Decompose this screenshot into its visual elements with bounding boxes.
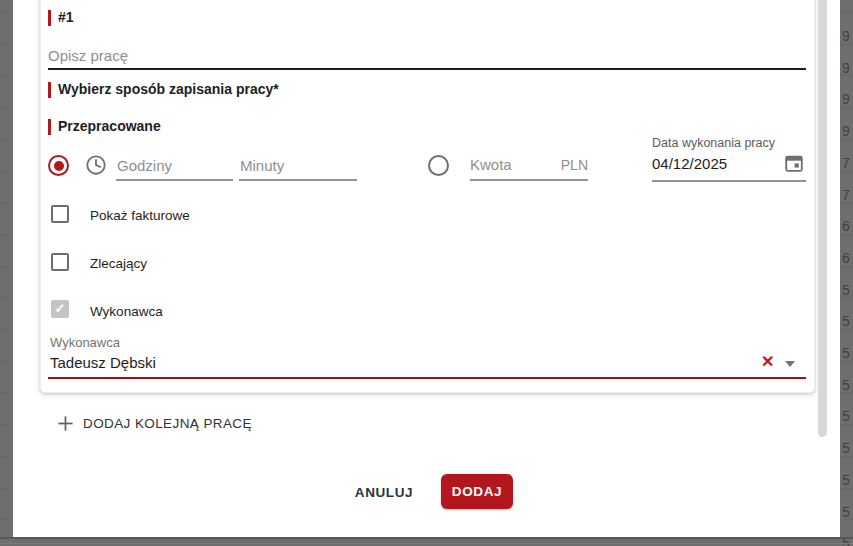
minutes-underline <box>239 179 357 181</box>
minutes-input[interactable]: Minuty <box>240 157 284 174</box>
checkbox-zlecajacy-label[interactable]: Zlecający <box>90 256 147 271</box>
backdrop-digit: 9 <box>842 123 853 139</box>
backdrop-digit: 7 <box>842 187 853 203</box>
add-another-work-label: DODAJ KOLEJNĄ PRACĘ <box>83 416 252 431</box>
checkbox-wykonawca: ✓ <box>51 300 69 318</box>
contractor-underline <box>48 377 806 379</box>
description-input[interactable]: Opisz pracę <box>48 47 128 64</box>
backdrop-digit: 5 <box>842 472 853 488</box>
dialog-bottom-shadow <box>0 537 853 539</box>
clear-icon[interactable]: ✕ <box>761 352 774 371</box>
amount-input[interactable]: Kwota <box>470 156 512 173</box>
contractor-select-value[interactable]: Tadeusz Dębski <box>50 354 156 371</box>
amount-radio[interactable] <box>428 155 449 176</box>
worked-section-accent-bar <box>48 119 51 135</box>
time-radio[interactable] <box>48 155 69 176</box>
worked-section-title: Przepracowane <box>58 118 161 134</box>
calendar-icon[interactable] <box>783 152 805 174</box>
time-radio-dot <box>54 161 64 171</box>
date-field-label: Data wykonania pracy <box>652 136 775 150</box>
cancel-button[interactable]: ANULUJ <box>344 478 424 506</box>
checkbox-pokaz-fakturowe-label[interactable]: Pokaż fakturowe <box>90 208 190 223</box>
hours-underline <box>116 179 233 181</box>
backdrop-digit: 9 <box>842 91 853 107</box>
clock-icon <box>85 154 107 176</box>
amount-field[interactable]: Kwota PLN <box>470 156 588 173</box>
backdrop-digit: 9 <box>842 60 853 76</box>
backdrop-digit: 9 <box>842 28 853 44</box>
contractor-select-label: Wykonawca <box>50 335 120 350</box>
backdrop-digit: 6 <box>842 218 853 234</box>
method-section-title: Wybierz sposób zapisania pracy* <box>58 81 279 97</box>
submit-button[interactable]: DODAJ <box>441 474 513 509</box>
description-underline <box>48 68 806 70</box>
dialog-scrollbar-thumb[interactable] <box>818 0 827 437</box>
backdrop-digit: 5 <box>842 440 853 456</box>
backdrop-digit: 6 <box>842 250 853 266</box>
checkbox-wykonawca-label: Wykonawca <box>90 304 163 319</box>
checkbox-zlecajacy[interactable] <box>51 253 69 271</box>
backdrop-digit: 5 <box>842 313 853 329</box>
date-field-value[interactable]: 04/12/2025 <box>652 155 727 172</box>
add-another-work-button[interactable]: DODAJ KOLEJNĄ PRACĘ <box>56 414 252 433</box>
backdrop-digit: 5 <box>842 345 853 361</box>
checkbox-pokaz-fakturowe[interactable] <box>51 205 69 223</box>
dialog-bottom-shadow-line <box>0 543 853 544</box>
entry-index-label: #1 <box>58 9 74 25</box>
entry-index-accent-bar <box>48 10 51 26</box>
amount-underline <box>470 179 588 181</box>
backdrop-digit: 5 <box>842 408 853 424</box>
amount-currency-label: PLN <box>561 157 588 173</box>
backdrop-digit: 5 <box>842 377 853 393</box>
work-entry-card <box>40 0 815 393</box>
backdrop-digit: 7 <box>842 155 853 171</box>
chevron-down-icon[interactable] <box>785 361 795 367</box>
plus-icon <box>56 414 75 433</box>
method-section-accent-bar <box>48 82 51 98</box>
screen: 99997766555555555 #1 Opisz pracę Wybierz… <box>0 0 853 546</box>
backdrop-digit: 5 <box>842 282 853 298</box>
date-underline <box>652 180 806 182</box>
hours-input[interactable]: Godziny <box>117 157 172 174</box>
backdrop-digit: 5 <box>842 504 853 520</box>
